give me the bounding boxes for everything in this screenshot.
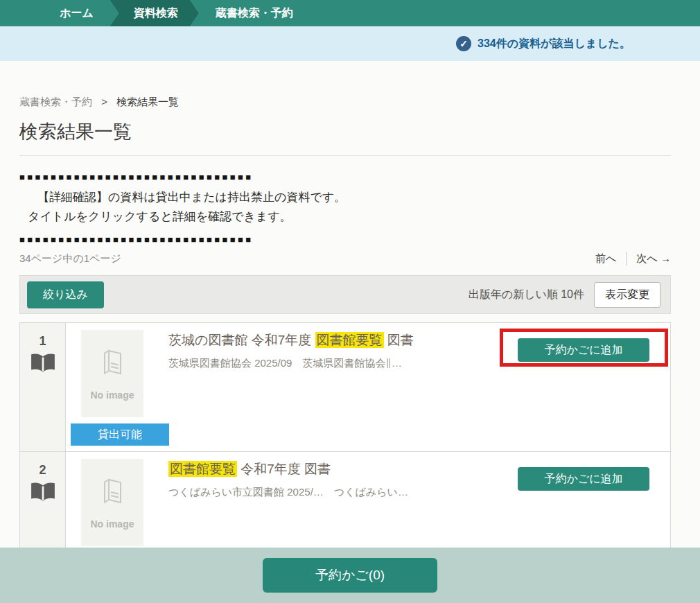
result-info: 茨城の図書館 令和7年度 図書館要覧 図書 茨城県図書館協会 2025/09 茨…	[168, 323, 497, 451]
filter-button[interactable]: 絞り込み	[27, 281, 104, 308]
result-title-link[interactable]: 図書館要覧 令和7年度 図書	[168, 460, 497, 478]
add-to-basket-button[interactable]: 予約かごに追加	[518, 338, 649, 362]
add-to-basket-button[interactable]: 予約かごに追加	[518, 467, 649, 491]
nav-tab-home[interactable]: ホーム	[43, 0, 110, 26]
results-toolbar: 絞り込み 出版年の新しい順 10件 表示変更	[19, 275, 671, 314]
page-title: 検索結果一覧	[19, 119, 671, 144]
nav-tab-catalog-search[interactable]: 蔵書検索・予約	[199, 0, 310, 26]
no-image-booklet-icon	[98, 348, 126, 381]
notice-box: ■■■■■■■■■■■■■■■■■■■■■■■■■■■■■■ 【詳細確認】の資料…	[19, 173, 671, 245]
notice-border-top: ■■■■■■■■■■■■■■■■■■■■■■■■■■■■■■	[19, 173, 671, 182]
result-count-text: 334件の資料が該当しました。	[478, 37, 631, 51]
top-nav: ホーム 資料検索 蔵書検索・予約	[0, 0, 700, 26]
page-status: 34ページ中の1ページ	[19, 252, 121, 265]
nav-tab-material-search[interactable]: 資料検索	[110, 0, 199, 26]
result-row-1: 1	[20, 323, 670, 451]
result-number: 2	[39, 463, 46, 478]
result-actions: 予約かごに追加	[497, 323, 670, 451]
next-page-link[interactable]: 次へ →	[636, 252, 671, 265]
open-book-icon	[30, 353, 56, 376]
result-number-column: 1	[20, 323, 66, 451]
result-number: 1	[39, 334, 46, 349]
breadcrumb-current: 検索結果一覧	[116, 96, 179, 107]
open-book-icon	[30, 482, 56, 505]
notice-line-2: タイトルをクリックすると詳細を確認できます。	[19, 207, 671, 227]
result-meta: 茨城県図書館協会 2025/09 茨城県図書館協会∥…	[168, 357, 497, 370]
display-change-button[interactable]: 表示変更	[594, 282, 660, 308]
no-image-placeholder: No image	[81, 459, 143, 546]
reservation-basket-bar: 予約かご(0)	[0, 548, 700, 603]
results-list: 1	[19, 322, 671, 580]
title-text: 令和7年度 図書	[237, 462, 331, 476]
pager-divider	[626, 252, 627, 265]
breadcrumb-separator: >	[101, 96, 107, 107]
no-image-placeholder: No image	[81, 330, 143, 417]
breadcrumb-parent-link[interactable]: 蔵書検索・予約	[19, 96, 92, 107]
title-highlight: 図書館要覧	[168, 461, 237, 477]
no-image-booklet-icon	[98, 477, 126, 510]
title-text: 図書	[384, 333, 414, 347]
prev-page-link[interactable]: 前へ	[595, 252, 616, 265]
sort-order-label: 出版年の新しい順 10件	[469, 288, 584, 302]
library-search-results-page: ホーム 資料検索 蔵書検索・予約 ✓ 334件の資料が該当しました。 蔵書検索・…	[0, 0, 700, 603]
main-content: 蔵書検索・予約 > 検索結果一覧 検索結果一覧 ■■■■■■■■■■■■■■■■…	[19, 96, 671, 580]
title-text: 茨城の図書館 令和7年度	[168, 333, 315, 347]
result-meta: つくばみらい市立図書館 2025/… つくばみらい…	[168, 486, 497, 499]
page-head: 蔵書検索・予約 > 検索結果一覧 検索結果一覧	[19, 96, 671, 156]
status-badge: 貸出可能	[71, 423, 169, 446]
result-count-banner: ✓ 334件の資料が該当しました。	[0, 26, 700, 61]
thumbnail-column: No image 貸出可能	[66, 323, 168, 451]
no-image-label: No image	[90, 390, 134, 401]
reservation-basket-button[interactable]: 予約かご(0)	[263, 558, 437, 593]
result-title-link[interactable]: 茨城の図書館 令和7年度 図書館要覧 図書	[168, 331, 497, 349]
pagination-bar: 34ページ中の1ページ 前へ 次へ →	[19, 252, 671, 265]
title-highlight: 図書館要覧	[315, 332, 384, 348]
notice-border-bottom: ■■■■■■■■■■■■■■■■■■■■■■■■■■■■■■	[19, 235, 671, 245]
breadcrumb: 蔵書検索・予約 > 検索結果一覧	[19, 96, 671, 109]
no-image-label: No image	[90, 518, 134, 530]
check-circle-icon: ✓	[456, 36, 471, 51]
notice-line-1: 【詳細確認】の資料は貸出中または持出禁止の資料です。	[19, 188, 671, 207]
